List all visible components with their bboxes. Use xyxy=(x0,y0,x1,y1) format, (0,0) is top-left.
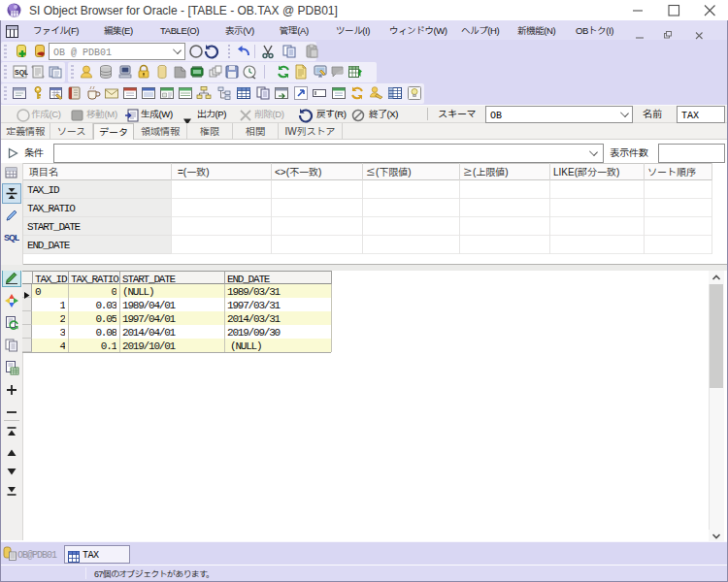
svg-text:SQL: SQL xyxy=(4,233,19,242)
svg-text:SQL: SQL xyxy=(15,69,28,77)
